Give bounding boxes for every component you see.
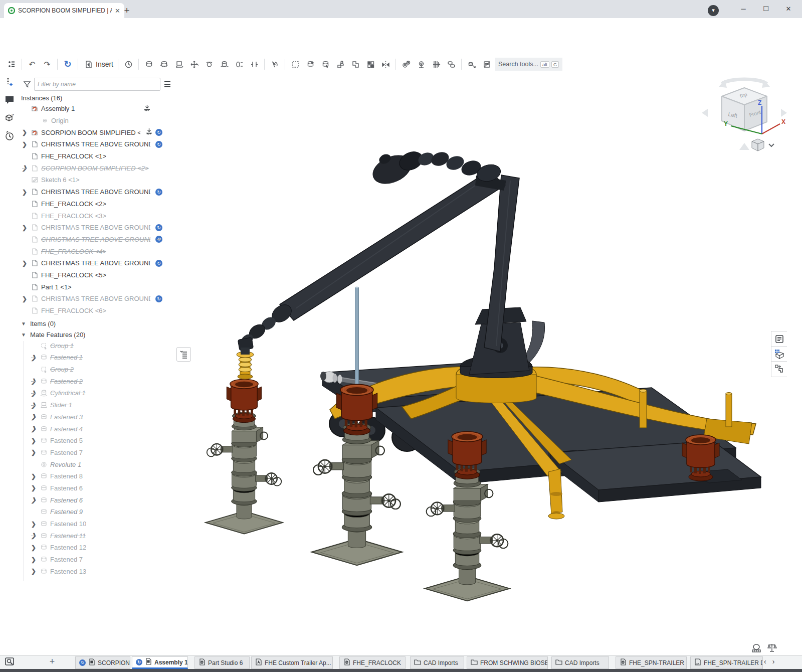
feature-list-toggle-button[interactable] (176, 347, 191, 362)
snapshot-tool-icon[interactable] (480, 58, 493, 71)
ball-tool-icon[interactable] (203, 58, 216, 71)
cylindrical-tool-icon[interactable] (218, 58, 231, 71)
mate-row-fastened-10[interactable]: ❯Fastened 10 (19, 518, 175, 530)
tab-scorpion-boom-si[interactable]: ↻SCORPION BOOM SI... (75, 656, 130, 669)
rack-tool-icon[interactable] (430, 58, 443, 71)
instance-row-fhe-fraclock-5[interactable]: FHE_FRACLOCK <5> (19, 269, 175, 281)
instance-row-sketch-6-1[interactable]: Sketch 6 <1> (19, 174, 175, 186)
instance-row-part-1-1[interactable]: Part 1 <1> (19, 281, 175, 293)
redo-tool-icon[interactable]: ↷ (41, 58, 54, 71)
belt-tool-icon[interactable] (445, 58, 458, 71)
gear-tool-icon[interactable] (399, 58, 413, 71)
tab-from-schwing-bioset[interactable]: FROM SCHWING BIOSET (467, 656, 548, 669)
mate-row-fastened-9[interactable]: Fastened 9 (19, 506, 175, 518)
expand-chevron-icon[interactable]: ❯ (21, 224, 28, 231)
history-icon[interactable] (5, 131, 15, 141)
tab-fhe-spn-trailer-d[interactable]: FHE_SPN-TRAILER D (690, 656, 763, 669)
mate-row-fastened-8[interactable]: ❯Fastened 8 (19, 470, 175, 482)
expand-chevron-icon[interactable]: ❯ (30, 496, 37, 503)
instance-row-christmas-tree-above-ground-6[interactable]: ❯CHRISTMAS TREE ABOVE GROUND <6>↻ (19, 293, 175, 305)
sync-tool-icon[interactable]: ↻ (61, 58, 74, 71)
expand-chevron-icon[interactable]: ❯ (30, 484, 37, 491)
expand-chevron-icon[interactable]: ❯ (30, 473, 37, 480)
expand-chevron-icon[interactable]: ❯ (30, 568, 37, 575)
snap-tool-icon[interactable] (268, 58, 281, 71)
mate-row-fastened-3[interactable]: ❯Fastened 3 (19, 411, 175, 423)
tab-close-icon[interactable]: ✕ (115, 7, 120, 15)
mate-row-fastened-12[interactable]: ❯Fastened 12 (19, 542, 175, 554)
mate-row-fastened-2[interactable]: ❯Fastened 2 (19, 375, 175, 387)
instance-row-christmas-tree-above-ground-5[interactable]: ❯CHRISTMAS TREE ABOVE GROUND <5>↻ (19, 257, 175, 269)
mate-row-slider-1[interactable]: ❯Slider 1 (19, 399, 175, 411)
window-close-button[interactable]: ✕ (781, 3, 796, 15)
follow-mode-icon[interactable]: ? (5, 113, 15, 123)
mate-row-fastened-6[interactable]: ❯Fastened 6 (19, 482, 175, 494)
expand-chevron-icon[interactable]: ❯ (21, 260, 28, 267)
comment-panel-button[interactable] (771, 331, 787, 347)
linked-document-sync-icon[interactable]: ↻ (155, 189, 162, 196)
expand-chevron-icon[interactable]: ❯ (30, 521, 37, 528)
mirror-tool-icon[interactable] (379, 58, 392, 71)
search-tabs-button[interactable] (5, 657, 17, 667)
slider-tool-icon[interactable] (172, 58, 185, 71)
mate-row-group-2[interactable]: Group 2 (19, 364, 175, 376)
clock-tool-icon[interactable] (122, 58, 135, 71)
instance-row-origin[interactable]: Origin (19, 115, 175, 127)
instance-row-christmas-tree-above-ground-3[interactable]: ❯CHRISTMAS TREE ABOVE GROUND <3>↻ (19, 222, 175, 234)
expand-chevron-icon[interactable]: ❯ (30, 532, 37, 539)
expand-chevron-icon[interactable]: ❯ (21, 189, 28, 196)
window-maximize-button[interactable]: ☐ (758, 3, 773, 15)
replicate-tool-icon[interactable] (334, 58, 347, 71)
tab-cad-imports[interactable]: CAD Imports (410, 656, 464, 669)
riser-pole[interactable] (355, 286, 359, 394)
tab-assembly-1[interactable]: ↻Assembly 1 (132, 656, 188, 669)
parallel-tool-icon[interactable] (248, 58, 261, 71)
fastened-tool-icon[interactable] (142, 58, 155, 71)
tab-fhe-custom-trailer-ap[interactable]: FHE Custom Trailer Ap... (251, 656, 333, 669)
expand-chevron-icon[interactable]: ❯ (21, 141, 28, 148)
incontext-tool-icon[interactable] (349, 58, 362, 71)
linked-document-sync-icon[interactable]: ↻ (155, 295, 162, 302)
frac-stack-1[interactable] (206, 379, 283, 534)
boom-wrist-joints[interactable] (238, 301, 295, 355)
instance-row-christmas-tree-above-ground-4[interactable]: CHRISTMAS TREE ABOVE GROUND <4>↻ (19, 234, 175, 246)
insert-tool-label[interactable]: Insert (96, 60, 113, 68)
linked-document-sync-icon[interactable]: ↻ (155, 129, 162, 136)
expand-chevron-icon[interactable]: ❯ (30, 402, 37, 409)
linked-document-sync-icon[interactable]: ↻ (155, 224, 162, 231)
mate-row-fastened-13[interactable]: ❯Fastened 13 (19, 565, 175, 577)
graphics-viewport[interactable]: Top Left Front Z X Y (175, 73, 802, 655)
search-tools-box[interactable]: Search tools... altC (495, 58, 562, 71)
revolute-tool-icon[interactable] (157, 58, 170, 71)
assembly-3d-scene[interactable]: Top Left Front Z X Y (175, 73, 802, 655)
new-tab-button[interactable]: + (120, 4, 133, 17)
pattern-tool-icon[interactable] (364, 58, 377, 71)
measure-tool-icon[interactable] (751, 644, 762, 653)
view-mode-menu[interactable] (752, 139, 774, 151)
instance-row-fhe-fraclock-2[interactable]: FHE_FRACLOCK <2> (19, 198, 175, 210)
instance-row-christmas-tree-above-ground-1[interactable]: ❯CHRISTMAS TREE ABOVE GROUND <1>↻ (19, 186, 175, 198)
planar-tool-icon[interactable] (187, 58, 200, 71)
instance-row-fhe-fraclock-1[interactable]: FHE_FRACLOCK <1> (19, 150, 175, 162)
expand-chevron-icon[interactable]: ❯ (30, 556, 37, 563)
explode-tool-icon[interactable] (465, 58, 478, 71)
linked-document-sync-icon[interactable]: ↻ (155, 236, 162, 243)
instance-row-fhe-fraclock-3[interactable]: FHE_FRACLOCK <3> (19, 210, 175, 222)
mate-row-group-1[interactable]: Group 1 (19, 340, 175, 352)
mate-row-revolute-1[interactable]: Revolute 1 (19, 458, 175, 470)
tree-tool-icon[interactable] (5, 58, 18, 71)
instance-row-scorpion-boom-simplified-1[interactable]: ❯SCORPION BOOM SIMPLIFIED <1>↻ (19, 126, 175, 138)
tab-scroll-arrows[interactable]: ‹› (764, 657, 780, 665)
expand-chevron-icon[interactable]: ❯ (21, 129, 28, 136)
mate-row-fastened-6[interactable]: ❯Fastened 6 (19, 494, 175, 506)
sprocket-tool-icon[interactable] (415, 58, 428, 71)
expand-chevron-icon[interactable]: ❯ (30, 390, 37, 397)
instance-row-fhe-fraclock-4[interactable]: FHE_FRACLOCK <4> (19, 245, 175, 257)
instance-row-assembly-1[interactable]: Assembly 1 (19, 103, 175, 115)
expand-chevron-icon[interactable]: ❯ (30, 425, 37, 432)
featcur-tool-icon[interactable] (319, 58, 332, 71)
filter-input[interactable]: Filter by name (34, 78, 160, 91)
mass-properties-icon[interactable] (767, 643, 777, 653)
mate-row-fastened-7[interactable]: ❯Fastened 7 (19, 447, 175, 459)
instance-row-fhe-fraclock-6[interactable]: FHE_FRACLOCK <6> (19, 305, 175, 317)
